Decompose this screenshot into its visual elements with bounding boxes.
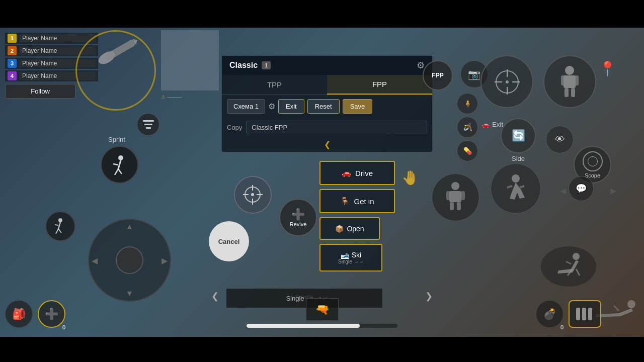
medkit-button[interactable]: ➕: [38, 300, 65, 328]
joystick-left-arrow: ◀: [92, 255, 98, 265]
svg-line-25: [55, 225, 58, 225]
joystick-inner: [116, 246, 143, 274]
right-icons: 🧍 🪃 💊: [457, 93, 478, 161]
svg-line-46: [576, 269, 580, 276]
soldier-circle[interactable]: [543, 55, 596, 108]
exit-button[interactable]: Exit: [278, 99, 304, 114]
svg-point-43: [573, 253, 580, 260]
ammo-icon: [574, 305, 596, 323]
svg-point-33: [251, 193, 254, 196]
side-button[interactable]: 🔄 Side: [501, 118, 536, 162]
svg-rect-16: [565, 88, 569, 97]
medkit-icon: ➕: [45, 308, 58, 321]
ammo-button[interactable]: [569, 300, 601, 328]
chevron-left-button[interactable]: ❮: [211, 291, 219, 302]
copy-label: Copy: [227, 124, 242, 131]
svg-line-42: [520, 186, 524, 188]
ski-label: Ski: [352, 251, 361, 259]
ski-top: 🎿 Ski: [341, 251, 361, 259]
ski-button[interactable]: 🎿 Ski Single →→: [319, 244, 382, 272]
ski-icon: 🎿: [341, 251, 349, 259]
svg-line-48: [614, 306, 619, 311]
get-in-button[interactable]: 🪑 Get in: [319, 189, 395, 213]
action-figure-icon: [548, 251, 589, 282]
player-num-4: 4: [8, 71, 17, 80]
sprint-label: Sprint: [108, 136, 125, 143]
spray-icon-btn[interactable]: 💊: [457, 140, 478, 161]
svg-line-41: [507, 186, 512, 188]
revive-button[interactable]: ➕ Revive: [279, 199, 317, 236]
follow-button[interactable]: Follow: [5, 84, 75, 99]
crosshair-circle[interactable]: [480, 55, 533, 108]
grenade-count: 0: [560, 324, 564, 330]
eye-button[interactable]: 👁: [546, 126, 574, 153]
svg-line-19: [118, 160, 121, 169]
svg-line-22: [118, 169, 122, 174]
svg-line-20: [113, 164, 118, 165]
crosshair-icon: [492, 67, 522, 97]
tab-fpp[interactable]: FPP: [327, 75, 432, 95]
joystick[interactable]: ◀ ▶ ▲ ▼: [88, 219, 171, 302]
sort-button[interactable]: [137, 113, 159, 136]
person-icon-btn[interactable]: 🧍: [457, 93, 478, 114]
cancel-button[interactable]: Cancel: [209, 221, 249, 261]
medkit-count: 0: [62, 324, 65, 330]
chat-button[interactable]: 💬: [569, 176, 594, 201]
action-buttons: 🚗 Drive 🪑 Get in 📦 Open 🎿 Ski Single →→: [319, 161, 395, 272]
save-button[interactable]: Save: [343, 99, 373, 114]
grenade-button[interactable]: 💣: [536, 300, 564, 328]
panel-title: Classic: [229, 61, 258, 70]
settings-panel: Classic 1 ⚙ TPP FPP Схема 1 ⚙ Exit Reset…: [221, 55, 433, 152]
svg-rect-5: [146, 127, 151, 129]
weapon-icon: 🔫: [315, 303, 329, 316]
svg-rect-13: [564, 75, 576, 88]
svg-line-21: [115, 169, 118, 175]
map-pin-icon[interactable]: 📍: [599, 60, 616, 77]
tab-tpp[interactable]: TPP: [222, 75, 327, 95]
ski-sub-label: Single →→: [338, 259, 364, 264]
drive-button[interactable]: 🚗 Drive: [319, 161, 395, 185]
open-button[interactable]: 📦 Open: [319, 217, 380, 240]
action-figure[interactable]: [541, 246, 596, 287]
player-action-icon: [442, 181, 469, 214]
joystick-down-arrow: ▼: [126, 289, 134, 298]
weapon-bar: 🔫: [221, 298, 423, 328]
svg-line-24: [58, 222, 60, 229]
open-label: Open: [347, 225, 364, 233]
run-button[interactable]: [45, 211, 75, 241]
game-area: 1 Player Name 2 Player Name 3 Player Nam…: [0, 28, 644, 337]
scope-lens: [588, 156, 598, 166]
bullet-icon-area: [65, 38, 156, 103]
weapon-slot[interactable]: 🔫: [306, 298, 339, 321]
sprint-button[interactable]: [101, 146, 138, 184]
schema-button[interactable]: Схема 1: [227, 99, 265, 114]
schema-gear-icon[interactable]: ⚙: [268, 102, 275, 111]
svg-rect-51: [588, 308, 592, 320]
reset-button[interactable]: Reset: [307, 99, 340, 114]
aim-button[interactable]: [234, 176, 272, 214]
svg-line-27: [58, 229, 61, 233]
bottom-black-bar: [0, 337, 644, 362]
sprint-icon: [111, 155, 128, 175]
hud-medkit: ➕ 0: [38, 300, 65, 328]
player-action-circle[interactable]: [432, 173, 479, 221]
crouch-circle[interactable]: [491, 163, 541, 214]
drive-label: Drive: [355, 169, 373, 177]
exit-right-button[interactable]: 🚗 Exit: [481, 121, 503, 128]
warning-text: ⚠ ———: [161, 94, 182, 100]
backpack-button[interactable]: 🎒: [5, 300, 33, 328]
tab-row: TPP FPP: [222, 75, 432, 95]
drive-icon: 🚗: [342, 168, 351, 177]
svg-rect-14: [561, 75, 565, 85]
fpp-button[interactable]: FPP: [423, 60, 453, 90]
chat-arrow-right: ▶: [610, 186, 616, 196]
joystick-up-arrow: ▲: [126, 222, 134, 231]
player-num-2: 2: [8, 46, 17, 55]
chevron-down-icon[interactable]: ❮: [222, 137, 432, 152]
item-icon-btn[interactable]: 🪃: [457, 117, 478, 138]
copy-field[interactable]: [246, 121, 427, 134]
svg-rect-36: [446, 191, 450, 200]
svg-rect-35: [449, 191, 461, 202]
chevron-right-button[interactable]: ❯: [425, 291, 433, 302]
revive-label: Revive: [290, 221, 307, 227]
